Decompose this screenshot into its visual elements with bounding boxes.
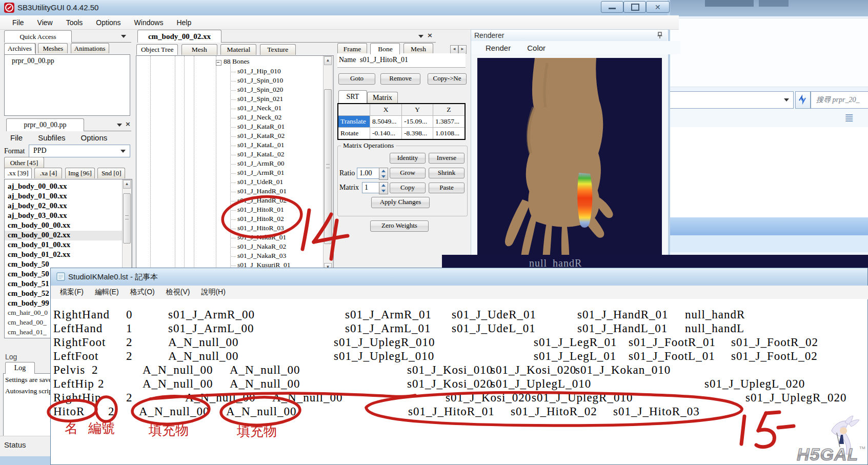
bone-tree-item[interactable]: s01_J_HitoR_01 [230, 206, 291, 215]
notepad-menu-item[interactable]: 格式(O) [129, 286, 156, 298]
menu-item[interactable]: Options [95, 17, 122, 28]
zero-weights-button[interactable]: Zero Weights [370, 220, 429, 232]
bone-panel-tab[interactable]: Frame [337, 43, 367, 54]
bone-tree-item[interactable]: s01_J_Spin_021 [230, 95, 291, 104]
srt-table[interactable]: X Y Z Translate 8.5049...-15.09...1.3857… [337, 103, 466, 140]
doc-close-icon[interactable]: × [427, 31, 433, 39]
scrollbar-thumb[interactable] [324, 89, 332, 244]
srt-row[interactable]: Translate 8.5049...-15.09...1.3857... [338, 116, 465, 128]
notepad-titlebar[interactable]: StudioIKMale0.lst - 記事本 [51, 268, 867, 286]
refresh-button[interactable] [795, 91, 811, 109]
maximize-button[interactable] [623, 1, 646, 13]
bone-tree-item[interactable]: s01_J_Spin_010 [230, 76, 291, 86]
matrix-spinner[interactable] [379, 182, 388, 194]
bone-tree-item[interactable]: s01_J_KataR_01 [230, 123, 291, 132]
remove-button[interactable]: Remove [380, 73, 420, 85]
pin-icon[interactable] [657, 32, 663, 39]
bone-tree-item[interactable]: s01_J_KataR_02 [230, 132, 291, 141]
tab-other[interactable]: Other [45] [4, 157, 44, 168]
bone-tree-item[interactable]: s01_J_NakaR_01 [230, 233, 291, 242]
quick-access-tab[interactable]: Archives [4, 43, 35, 53]
close-button[interactable]: ✕ [646, 1, 670, 13]
doc-subtab[interactable]: Object Tree [136, 44, 178, 55]
tab-cm-body-00-02-xx[interactable]: cm_body_00_02.xx [137, 30, 221, 43]
xx-file-item[interactable]: cm_body_00_02.xx [5, 231, 132, 240]
xx-file-item[interactable]: aj_body_02_00.xx [5, 201, 132, 211]
xx-file-item[interactable]: aj_body_03_00.xx [5, 211, 132, 221]
minimize-button[interactable] [601, 1, 623, 13]
format-combo-arrow-icon[interactable] [120, 150, 126, 153]
tab-scroll-right[interactable]: ► [458, 45, 467, 54]
render-viewport[interactable] [477, 58, 662, 273]
search-input-text[interactable]: 搜尋 prpr_20_ [816, 95, 859, 105]
bone-tree-item[interactable]: s01_J_KataL_02 [230, 150, 291, 159]
quick-access-tab[interactable]: Meshes [38, 43, 68, 53]
doc-subtab[interactable]: Texture [260, 44, 296, 55]
subfile-tab[interactable]: Snd [0] [97, 168, 125, 178]
bone-panel-tab[interactable]: Mesh [403, 43, 433, 54]
bone-tree-item[interactable]: s01_J_UdeR_01 [230, 178, 291, 187]
identity-button[interactable]: Identity [390, 153, 426, 164]
tree-root-label[interactable]: 88 Bones [224, 57, 250, 66]
quick-access-dropdown-icon[interactable] [121, 35, 126, 38]
xx-file-item[interactable]: cm_body_00_00.xx [5, 221, 132, 231]
pp-menu-item[interactable]: Subfiles [37, 132, 66, 144]
goto-button[interactable]: Goto [338, 73, 375, 85]
bone-tree-item[interactable]: s01_J_ArmR_01 [230, 169, 291, 178]
tree-scrollbar[interactable]: ▲ ▼ [323, 56, 333, 272]
renderer-titlebar[interactable]: Renderer [471, 30, 667, 42]
pp-close-icon[interactable]: × [125, 120, 131, 128]
chevron-down-icon[interactable] [784, 98, 789, 102]
bone-tree-item[interactable]: s01_J_Neck_01 [230, 104, 291, 113]
srt-row[interactable]: Rotate -0.140...-8.398...1.0108... [338, 128, 465, 140]
bone-tree-item[interactable]: s01_J_NakaR_03 [230, 252, 291, 261]
xx-file-item[interactable]: cm_body_01_00.xx [5, 240, 132, 250]
details-view-icon[interactable]: ≣ [844, 111, 854, 125]
xx-file-item[interactable]: cm_body_01_02.xx [5, 250, 132, 260]
bone-tree-item[interactable]: s01_J_HitoR_02 [230, 215, 291, 224]
xx-file-item[interactable]: aj_body_01_00.xx [5, 192, 132, 201]
bone-tree-item[interactable]: s01_J_HandR_01 [230, 187, 291, 196]
doc-dropdown-icon[interactable] [418, 35, 423, 38]
notepad-menu-item[interactable]: 編輯(E) [94, 286, 120, 298]
pp-menu-item[interactable]: File [9, 132, 24, 144]
doc-subtab[interactable]: Mesh [181, 44, 217, 55]
menu-item[interactable]: Help [175, 17, 192, 28]
tab-matrix[interactable]: Matrix [367, 92, 398, 103]
bone-tree-item[interactable]: s01_J_Spin_020 [230, 86, 291, 95]
scroll-up-arrow[interactable]: ▲ [324, 56, 332, 65]
address-dropdown[interactable] [668, 91, 794, 109]
bone-tree-item[interactable]: s01_J_Hip_010 [230, 67, 291, 76]
bone-tree-item[interactable]: s01_J_KataL_01 [230, 141, 291, 150]
bone-tree-item[interactable]: s01_J_Neck_02 [230, 113, 291, 123]
notepad-content[interactable]: RightHand0s01_J_ArmR_00s01_J_ArmR_01s01_… [51, 299, 867, 464]
archives-listbox[interactable]: prpr_00_00.pp [4, 54, 130, 116]
ratio-input[interactable]: 1.00 [357, 168, 379, 179]
bone-tree-item[interactable]: s01_J_HitoR_03 [230, 224, 291, 233]
tab-scroll-left[interactable]: ◄ [450, 45, 458, 54]
menu-item[interactable]: Windows [133, 17, 165, 28]
pp-menu-item[interactable]: Options [80, 132, 109, 144]
renderer-menu-item[interactable]: Color [526, 42, 547, 54]
tree-expander[interactable] [216, 60, 221, 66]
bone-tree-item[interactable]: s01_J_NakaR_02 [230, 242, 291, 252]
notepad-menu-item[interactable]: 說明(H) [200, 286, 226, 298]
paste-button[interactable]: Paste [429, 183, 465, 193]
copy-new-button[interactable]: Copy->Ne [428, 73, 467, 85]
selected-row-band[interactable] [664, 217, 868, 235]
bone-tree-item[interactable]: s01_J_HandR_02 [230, 196, 291, 206]
notepad-menu-item[interactable]: 檔案(F) [59, 286, 85, 298]
tab-quick-access[interactable]: Quick Access [4, 30, 72, 43]
bone-tree-item[interactable]: s01_J_ArmR_00 [230, 159, 291, 169]
notepad-menu-item[interactable]: 檢視(V) [165, 286, 191, 298]
shrink-button[interactable]: Shrink [429, 168, 465, 178]
apply-changes-button[interactable]: Apply Changes [371, 197, 430, 208]
menu-item[interactable]: Tools [65, 17, 84, 28]
format-combobox[interactable]: PPD [29, 145, 130, 157]
archive-item[interactable]: prpr_00_00.pp [9, 57, 130, 67]
ratio-spinner[interactable] [379, 168, 388, 180]
menu-item[interactable]: View [36, 17, 54, 28]
subfile-tab[interactable]: Img [96] [65, 168, 95, 178]
scrollbar-thumb[interactable] [123, 193, 131, 244]
tab-log[interactable]: Log [5, 362, 35, 374]
